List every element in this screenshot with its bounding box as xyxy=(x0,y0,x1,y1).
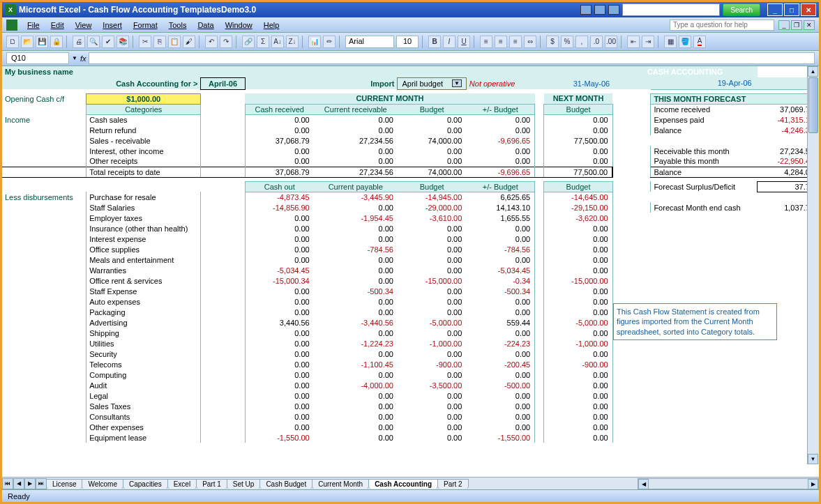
menu-data[interactable]: Data xyxy=(192,20,219,31)
cell[interactable]: 0.00 xyxy=(314,328,398,338)
cell[interactable]: 0.00 xyxy=(314,156,398,167)
cell[interactable]: 0.00 xyxy=(245,286,313,296)
cell[interactable]: -224.23 xyxy=(466,338,534,349)
tab-last-icon[interactable]: ⏭ xyxy=(36,478,47,489)
cell[interactable]: -200.45 xyxy=(466,359,534,369)
percent-icon[interactable]: % xyxy=(561,36,573,48)
cell[interactable] xyxy=(2,265,86,275)
business-name[interactable]: My business name xyxy=(2,66,201,77)
cell[interactable]: 77,500.00 xyxy=(544,167,612,177)
align-left-icon[interactable]: ≡ xyxy=(480,36,492,48)
cell[interactable]: Staff Salaries xyxy=(86,202,201,213)
cell[interactable]: Cash Accounting for > xyxy=(86,77,201,89)
cell[interactable]: Less disbursements xyxy=(2,192,86,202)
maximize-button[interactable]: □ xyxy=(784,3,799,16)
cell[interactable]: 0.00 xyxy=(398,286,466,296)
cell[interactable]: Advertising xyxy=(86,317,201,328)
dec-indent-icon[interactable]: ⇤ xyxy=(627,36,640,48)
cell[interactable]: Auto expenses xyxy=(86,296,201,307)
cell[interactable] xyxy=(2,296,86,307)
new-icon[interactable]: 🗋 xyxy=(6,36,19,48)
menu-edit[interactable]: Edit xyxy=(45,20,70,31)
cell[interactable]: -0.34 xyxy=(466,275,534,286)
cell[interactable]: Current payable xyxy=(314,181,398,192)
cell[interactable]: 0.00 xyxy=(398,146,466,156)
cell[interactable]: 0.00 xyxy=(398,114,466,125)
cell[interactable]: 0.00 xyxy=(245,422,313,432)
cell[interactable]: Purchase for resale xyxy=(86,192,201,202)
cell[interactable]: -5,000.00 xyxy=(544,317,612,328)
bold-icon[interactable]: B xyxy=(428,36,441,48)
cell[interactable] xyxy=(2,338,86,349)
cell[interactable] xyxy=(2,135,86,146)
cell[interactable]: 0.00 xyxy=(466,296,534,307)
scroll-thumb[interactable] xyxy=(808,77,818,133)
cell[interactable]: 27,234.56 xyxy=(314,135,398,146)
cell[interactable]: 0.00 xyxy=(314,432,398,443)
cell[interactable]: 0.00 xyxy=(466,390,534,401)
font-color-icon[interactable]: A xyxy=(693,36,706,48)
cell[interactable]: -15,000.34 xyxy=(245,275,313,286)
cell[interactable]: 0.00 xyxy=(544,369,612,380)
cell[interactable]: -784.56 xyxy=(466,244,534,254)
cell[interactable]: 0.00 xyxy=(466,307,534,317)
cell[interactable]: 0.00 xyxy=(544,223,612,234)
cell[interactable]: 14,143.10 xyxy=(466,202,534,213)
scroll-right-icon[interactable]: ▶ xyxy=(808,479,818,489)
cell[interactable]: -500.34 xyxy=(314,286,398,296)
cell[interactable]: 0.00 xyxy=(544,234,612,244)
cell[interactable]: -4,000.00 xyxy=(314,380,398,390)
dropdown-icon[interactable]: ▼ xyxy=(72,55,77,61)
cut-icon[interactable]: ✂ xyxy=(139,36,151,48)
cell[interactable] xyxy=(2,146,86,156)
cell[interactable]: 0.00 xyxy=(314,390,398,401)
sheet-tab[interactable]: Set Up xyxy=(227,479,261,489)
copy-icon[interactable]: ⎘ xyxy=(153,36,166,48)
cell[interactable]: Cash out xyxy=(245,181,313,192)
menu-insert[interactable]: Insert xyxy=(97,20,128,31)
cell[interactable]: Consultants xyxy=(86,411,201,422)
cell[interactable]: 0.00 xyxy=(466,223,534,234)
inc-indent-icon[interactable]: ⇥ xyxy=(642,36,654,48)
cell[interactable] xyxy=(2,422,86,432)
cell[interactable]: 0.00 xyxy=(398,369,466,380)
cell[interactable]: 0.00 xyxy=(314,369,398,380)
cell[interactable]: 0.00 xyxy=(245,369,313,380)
sheet-tab[interactable]: Current Month xyxy=(312,479,369,489)
cell[interactable]: 0.00 xyxy=(466,369,534,380)
cell[interactable]: Expenses paid xyxy=(651,114,758,125)
cell[interactable]: 0.00 xyxy=(466,125,534,135)
cell[interactable]: 0.00 xyxy=(544,349,612,359)
cell[interactable]: -14,645.00 xyxy=(544,192,612,202)
cell[interactable]: 0.00 xyxy=(314,422,398,432)
cell[interactable]: Other expenses xyxy=(86,422,201,432)
cell[interactable]: Office supplies xyxy=(86,244,201,254)
cell[interactable]: -1,224.23 xyxy=(314,338,398,349)
cell[interactable] xyxy=(2,349,86,359)
cell[interactable]: April-06 xyxy=(201,77,245,89)
cell[interactable]: 37,068.79 xyxy=(245,135,313,146)
cell[interactable]: -5,034.45 xyxy=(245,265,313,275)
sheet-tab[interactable]: Excel xyxy=(167,479,197,489)
cell[interactable]: Budget xyxy=(544,181,612,192)
cell[interactable]: 0.00 xyxy=(466,349,534,359)
cell[interactable]: -784.56 xyxy=(314,244,398,254)
autosum-icon[interactable]: Σ xyxy=(257,36,269,48)
cell[interactable]: -9,696.65 xyxy=(466,167,534,177)
cell[interactable]: -3,620.00 xyxy=(544,213,612,223)
chart-icon[interactable]: 📊 xyxy=(308,36,321,48)
cell[interactable]: 0.00 xyxy=(466,146,534,156)
formula-input[interactable] xyxy=(89,52,815,64)
cell[interactable]: 0.00 xyxy=(544,307,612,317)
cell[interactable]: 0.00 xyxy=(544,244,612,254)
cell[interactable] xyxy=(2,223,86,234)
cell[interactable]: Payable this month xyxy=(651,156,758,167)
cell[interactable]: Sales - receivable xyxy=(86,135,201,146)
cell[interactable]: 0.00 xyxy=(245,114,313,125)
cell[interactable]: Import xyxy=(314,77,398,89)
cell[interactable]: 77,500.00 xyxy=(544,135,612,146)
cell[interactable]: 31-May-06 xyxy=(544,77,612,89)
cell[interactable]: Income received xyxy=(651,104,758,114)
open-icon[interactable]: 📂 xyxy=(21,36,33,48)
cell[interactable]: -3,440.56 xyxy=(314,317,398,328)
